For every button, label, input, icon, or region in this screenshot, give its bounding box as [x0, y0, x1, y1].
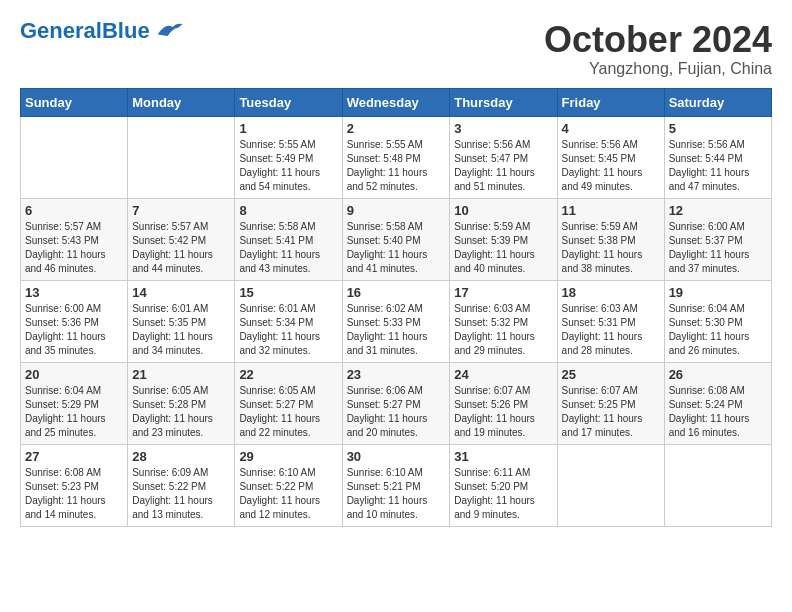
- day-info: Sunrise: 6:06 AM Sunset: 5:27 PM Dayligh…: [347, 384, 446, 440]
- day-info: Sunrise: 6:11 AM Sunset: 5:20 PM Dayligh…: [454, 466, 552, 522]
- page-header: GeneralBlue October 2024 Yangzhong, Fuji…: [20, 20, 772, 78]
- day-info: Sunrise: 6:07 AM Sunset: 5:26 PM Dayligh…: [454, 384, 552, 440]
- day-info: Sunrise: 6:00 AM Sunset: 5:36 PM Dayligh…: [25, 302, 123, 358]
- day-info: Sunrise: 5:56 AM Sunset: 5:44 PM Dayligh…: [669, 138, 767, 194]
- calendar-cell: 16Sunrise: 6:02 AM Sunset: 5:33 PM Dayli…: [342, 280, 450, 362]
- weekday-header: Saturday: [664, 88, 771, 116]
- calendar-cell: 25Sunrise: 6:07 AM Sunset: 5:25 PM Dayli…: [557, 362, 664, 444]
- day-number: 24: [454, 367, 552, 382]
- day-number: 14: [132, 285, 230, 300]
- calendar-cell: [557, 444, 664, 526]
- calendar-cell: [21, 116, 128, 198]
- calendar-cell: 19Sunrise: 6:04 AM Sunset: 5:30 PM Dayli…: [664, 280, 771, 362]
- calendar-cell: 2Sunrise: 5:55 AM Sunset: 5:48 PM Daylig…: [342, 116, 450, 198]
- day-info: Sunrise: 5:55 AM Sunset: 5:48 PM Dayligh…: [347, 138, 446, 194]
- calendar-cell: 29Sunrise: 6:10 AM Sunset: 5:22 PM Dayli…: [235, 444, 342, 526]
- day-number: 21: [132, 367, 230, 382]
- day-number: 8: [239, 203, 337, 218]
- calendar-week-row: 13Sunrise: 6:00 AM Sunset: 5:36 PM Dayli…: [21, 280, 772, 362]
- day-info: Sunrise: 6:01 AM Sunset: 5:35 PM Dayligh…: [132, 302, 230, 358]
- calendar-cell: 10Sunrise: 5:59 AM Sunset: 5:39 PM Dayli…: [450, 198, 557, 280]
- calendar-cell: 11Sunrise: 5:59 AM Sunset: 5:38 PM Dayli…: [557, 198, 664, 280]
- day-info: Sunrise: 6:03 AM Sunset: 5:31 PM Dayligh…: [562, 302, 660, 358]
- calendar-week-row: 1Sunrise: 5:55 AM Sunset: 5:49 PM Daylig…: [21, 116, 772, 198]
- calendar-cell: 9Sunrise: 5:58 AM Sunset: 5:40 PM Daylig…: [342, 198, 450, 280]
- day-info: Sunrise: 6:08 AM Sunset: 5:24 PM Dayligh…: [669, 384, 767, 440]
- calendar-cell: 21Sunrise: 6:05 AM Sunset: 5:28 PM Dayli…: [128, 362, 235, 444]
- calendar-cell: 22Sunrise: 6:05 AM Sunset: 5:27 PM Dayli…: [235, 362, 342, 444]
- weekday-header: Thursday: [450, 88, 557, 116]
- day-number: 4: [562, 121, 660, 136]
- day-number: 11: [562, 203, 660, 218]
- calendar-cell: [664, 444, 771, 526]
- weekday-header-row: SundayMondayTuesdayWednesdayThursdayFrid…: [21, 88, 772, 116]
- day-number: 26: [669, 367, 767, 382]
- calendar-cell: 6Sunrise: 5:57 AM Sunset: 5:43 PM Daylig…: [21, 198, 128, 280]
- day-number: 29: [239, 449, 337, 464]
- day-info: Sunrise: 6:10 AM Sunset: 5:21 PM Dayligh…: [347, 466, 446, 522]
- weekday-header: Tuesday: [235, 88, 342, 116]
- day-info: Sunrise: 6:07 AM Sunset: 5:25 PM Dayligh…: [562, 384, 660, 440]
- day-number: 18: [562, 285, 660, 300]
- day-number: 13: [25, 285, 123, 300]
- day-info: Sunrise: 5:56 AM Sunset: 5:45 PM Dayligh…: [562, 138, 660, 194]
- day-info: Sunrise: 5:58 AM Sunset: 5:40 PM Dayligh…: [347, 220, 446, 276]
- day-number: 16: [347, 285, 446, 300]
- day-number: 15: [239, 285, 337, 300]
- day-number: 9: [347, 203, 446, 218]
- day-number: 31: [454, 449, 552, 464]
- weekday-header: Wednesday: [342, 88, 450, 116]
- day-info: Sunrise: 6:09 AM Sunset: 5:22 PM Dayligh…: [132, 466, 230, 522]
- day-info: Sunrise: 5:57 AM Sunset: 5:42 PM Dayligh…: [132, 220, 230, 276]
- day-number: 2: [347, 121, 446, 136]
- calendar-cell: 15Sunrise: 6:01 AM Sunset: 5:34 PM Dayli…: [235, 280, 342, 362]
- day-info: Sunrise: 5:58 AM Sunset: 5:41 PM Dayligh…: [239, 220, 337, 276]
- day-number: 22: [239, 367, 337, 382]
- logo-general: General: [20, 18, 102, 43]
- day-number: 25: [562, 367, 660, 382]
- calendar-table: SundayMondayTuesdayWednesdayThursdayFrid…: [20, 88, 772, 527]
- day-number: 30: [347, 449, 446, 464]
- day-number: 6: [25, 203, 123, 218]
- calendar-week-row: 27Sunrise: 6:08 AM Sunset: 5:23 PM Dayli…: [21, 444, 772, 526]
- calendar-cell: 14Sunrise: 6:01 AM Sunset: 5:35 PM Dayli…: [128, 280, 235, 362]
- calendar-cell: 12Sunrise: 6:00 AM Sunset: 5:37 PM Dayli…: [664, 198, 771, 280]
- day-number: 10: [454, 203, 552, 218]
- day-info: Sunrise: 5:59 AM Sunset: 5:39 PM Dayligh…: [454, 220, 552, 276]
- day-info: Sunrise: 6:05 AM Sunset: 5:28 PM Dayligh…: [132, 384, 230, 440]
- calendar-cell: 23Sunrise: 6:06 AM Sunset: 5:27 PM Dayli…: [342, 362, 450, 444]
- calendar-cell: 4Sunrise: 5:56 AM Sunset: 5:45 PM Daylig…: [557, 116, 664, 198]
- calendar-cell: 3Sunrise: 5:56 AM Sunset: 5:47 PM Daylig…: [450, 116, 557, 198]
- calendar-cell: 24Sunrise: 6:07 AM Sunset: 5:26 PM Dayli…: [450, 362, 557, 444]
- day-info: Sunrise: 6:08 AM Sunset: 5:23 PM Dayligh…: [25, 466, 123, 522]
- day-info: Sunrise: 6:00 AM Sunset: 5:37 PM Dayligh…: [669, 220, 767, 276]
- title-block: October 2024 Yangzhong, Fujian, China: [544, 20, 772, 78]
- calendar-cell: 7Sunrise: 5:57 AM Sunset: 5:42 PM Daylig…: [128, 198, 235, 280]
- logo-bird-icon: [154, 21, 184, 39]
- day-number: 27: [25, 449, 123, 464]
- day-info: Sunrise: 5:55 AM Sunset: 5:49 PM Dayligh…: [239, 138, 337, 194]
- calendar-week-row: 6Sunrise: 5:57 AM Sunset: 5:43 PM Daylig…: [21, 198, 772, 280]
- logo: GeneralBlue: [20, 20, 184, 42]
- day-info: Sunrise: 6:03 AM Sunset: 5:32 PM Dayligh…: [454, 302, 552, 358]
- day-info: Sunrise: 6:01 AM Sunset: 5:34 PM Dayligh…: [239, 302, 337, 358]
- day-info: Sunrise: 5:59 AM Sunset: 5:38 PM Dayligh…: [562, 220, 660, 276]
- day-number: 17: [454, 285, 552, 300]
- day-number: 20: [25, 367, 123, 382]
- calendar-week-row: 20Sunrise: 6:04 AM Sunset: 5:29 PM Dayli…: [21, 362, 772, 444]
- calendar-cell: 13Sunrise: 6:00 AM Sunset: 5:36 PM Dayli…: [21, 280, 128, 362]
- calendar-cell: 8Sunrise: 5:58 AM Sunset: 5:41 PM Daylig…: [235, 198, 342, 280]
- day-info: Sunrise: 5:57 AM Sunset: 5:43 PM Dayligh…: [25, 220, 123, 276]
- day-number: 19: [669, 285, 767, 300]
- month-title: October 2024: [544, 20, 772, 60]
- day-number: 7: [132, 203, 230, 218]
- calendar-cell: 18Sunrise: 6:03 AM Sunset: 5:31 PM Dayli…: [557, 280, 664, 362]
- day-info: Sunrise: 5:56 AM Sunset: 5:47 PM Dayligh…: [454, 138, 552, 194]
- weekday-header: Friday: [557, 88, 664, 116]
- calendar-cell: 17Sunrise: 6:03 AM Sunset: 5:32 PM Dayli…: [450, 280, 557, 362]
- calendar-cell: 30Sunrise: 6:10 AM Sunset: 5:21 PM Dayli…: [342, 444, 450, 526]
- day-number: 28: [132, 449, 230, 464]
- weekday-header: Sunday: [21, 88, 128, 116]
- logo-text: GeneralBlue: [20, 20, 150, 42]
- day-number: 5: [669, 121, 767, 136]
